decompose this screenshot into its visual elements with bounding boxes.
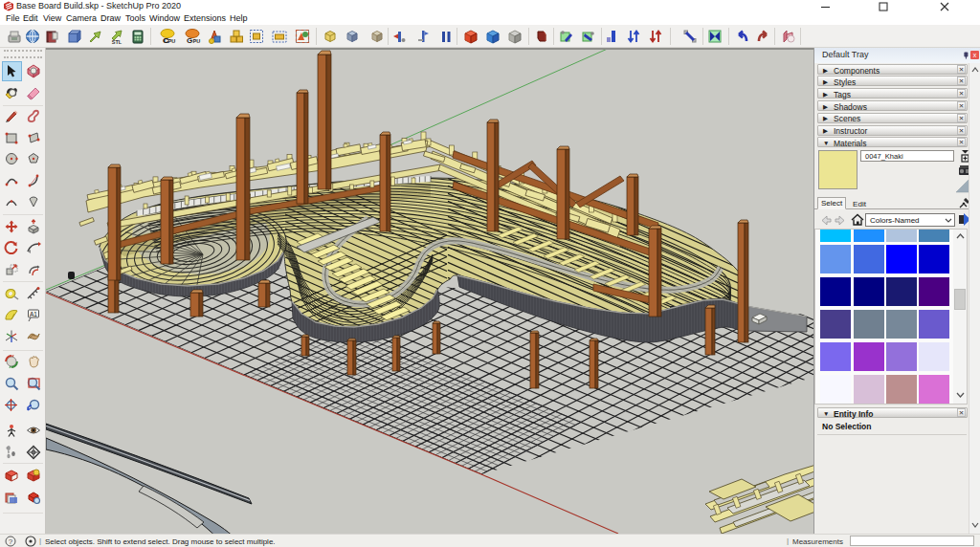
svg-text:G: G [187, 36, 192, 45]
svg-text:A1: A1 [30, 311, 37, 317]
svg-text:PU: PU [168, 38, 176, 44]
svg-text:?: ? [9, 537, 13, 546]
svg-text:PU: PU [193, 38, 201, 44]
svg-text:STL: STL [112, 39, 122, 45]
